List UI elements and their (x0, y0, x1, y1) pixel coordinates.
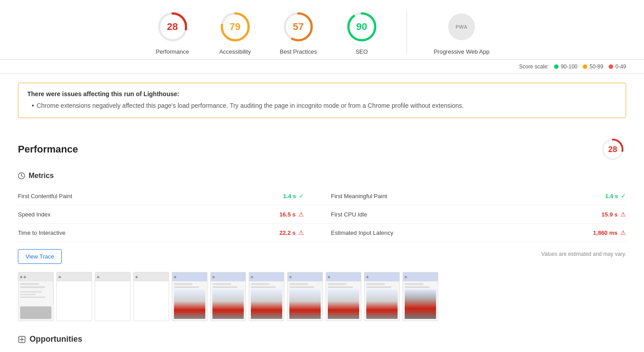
frame-line-14 (328, 283, 347, 285)
scale-label: Score scale: (519, 64, 549, 70)
metric-value-text-eil: 1,860 ms (593, 229, 618, 236)
metric-value-text-fci: 15.9 s (602, 211, 618, 218)
metric-value-text-fmp: 1.4 s (605, 193, 618, 199)
metrics-header: Metrics (18, 172, 626, 180)
score-item-best-practices: 57 Best Practices (280, 9, 317, 55)
scale-range-green: 90-100 (561, 64, 577, 70)
frame-line-5 (20, 297, 45, 298)
score-label-pwa: Progressive Web App (434, 48, 490, 55)
frame-top-8 (288, 272, 322, 281)
metric-name-fmp: First Meaningful Paint (331, 193, 387, 199)
frame-dot-5 (136, 276, 138, 278)
metric-value-fcp: 1.4 s ✓ (283, 192, 304, 199)
frame-car-image-8 (289, 289, 321, 319)
frame-line-11 (251, 286, 276, 288)
metrics-grid: First Contentful Paint 1.4 s ✓ First Mea… (18, 187, 626, 242)
metric-value-text-fcp: 1.4 s (283, 193, 296, 199)
scale-range-orange: 50-89 (589, 64, 603, 70)
frame-car-image-5 (174, 289, 205, 319)
frame-line-3 (20, 291, 42, 293)
score-circle-accessibility: 79 (217, 9, 253, 45)
frame-top-3 (95, 272, 130, 281)
metric-icon-fcp: ✓ (299, 192, 304, 199)
frame-body-7 (249, 281, 284, 321)
filmstrip-frame-3 (95, 272, 131, 321)
score-label-best-practices: Best Practices (280, 48, 317, 55)
score-label-accessibility: Accessibility (219, 48, 251, 55)
frame-body-10 (364, 281, 399, 321)
frame-line-6 (174, 283, 193, 285)
filmstrip-frame-6 (210, 272, 246, 321)
svg-line-12 (21, 176, 23, 177)
frame-line-2 (20, 286, 45, 288)
performance-section-header: Performance 28 (18, 136, 626, 163)
frame-line-18 (405, 283, 424, 285)
score-item-pwa: PWA Progressive Web App (434, 9, 490, 55)
frame-line-16 (366, 283, 385, 285)
score-circle-seo: 90 (344, 9, 380, 45)
frame-top-6 (211, 272, 246, 281)
performance-score-number: 28 (608, 145, 617, 154)
metric-row-fci: First CPU Idle 15.9 s ⚠ (322, 205, 626, 224)
frame-dot-4 (97, 276, 99, 278)
frame-dot-3 (59, 276, 61, 278)
score-circle-best-practices: 57 (280, 9, 316, 45)
frame-line-13 (289, 286, 314, 288)
frame-line-1 (20, 283, 39, 285)
view-trace-button[interactable]: View Trace (18, 249, 62, 264)
frame-line-12 (289, 283, 308, 285)
scale-orange: 50-89 (583, 64, 603, 70)
performance-score-badge: 28 (599, 136, 626, 163)
scale-dot-green (554, 64, 559, 69)
score-value-best-practices: 57 (293, 21, 304, 33)
frame-bottom-bar-1 (20, 306, 51, 319)
frame-line-17 (366, 286, 391, 288)
metric-value-text-tti: 22.2 s (280, 229, 296, 236)
frame-car-image-7 (251, 289, 282, 319)
performance-section: Performance 28 Metrics First Contentful … (0, 127, 644, 352)
score-item-seo: 90 SEO (344, 9, 380, 55)
frame-line-10 (251, 283, 270, 285)
score-item-accessibility: 79 Accessibility (217, 9, 253, 55)
frame-top-4 (134, 272, 169, 281)
trace-area: View Trace Values are estimated and may … (18, 242, 626, 267)
frame-top-10 (364, 272, 399, 281)
opportunities-header: Opportunities (18, 335, 626, 344)
opportunities-icon (18, 335, 26, 344)
frame-dot-10 (328, 276, 330, 278)
metric-icon-fci: ⚠ (620, 211, 626, 218)
score-label-performance: Performance (156, 48, 189, 55)
metric-row-tti: Time to Interactive 22.2 s ⚠ (18, 224, 322, 242)
frame-top-2 (57, 272, 92, 281)
pwa-icon-text: PWA (456, 24, 468, 30)
frame-line-7 (174, 286, 199, 288)
metric-value-text-si: 16.5 s (280, 211, 296, 218)
metric-name-si: Speed Index (18, 211, 51, 218)
scale-bar: Score scale: 90-100 50-89 0-49 (0, 60, 644, 74)
metric-value-si: 16.5 s ⚠ (280, 211, 304, 218)
frame-car-image-10 (366, 289, 398, 319)
frame-dot-11 (366, 276, 369, 278)
warning-box: There were issues affecting this run of … (18, 83, 626, 118)
frame-body-6 (211, 281, 246, 321)
frame-dot-1 (20, 276, 22, 278)
frame-car-image-9 (328, 289, 359, 319)
opportunities-title: Opportunities (30, 335, 82, 344)
frame-top-5 (172, 272, 207, 281)
frame-body-8 (288, 281, 322, 321)
metric-value-tti: 22.2 s ⚠ (280, 229, 304, 236)
filmstrip-frame-1 (18, 272, 54, 321)
frame-line-9 (212, 286, 237, 288)
filmstrip-frame-9 (326, 272, 361, 321)
score-circle-performance: 28 (155, 9, 191, 45)
frame-dot-2 (24, 276, 26, 278)
metric-row-si: Speed Index 16.5 s ⚠ (18, 205, 322, 224)
filmstrip-frame-2 (56, 272, 92, 321)
frame-car-image-6 (212, 289, 244, 319)
filmstrip-frame-4 (133, 272, 169, 321)
frame-line-4 (20, 294, 36, 295)
filmstrip (18, 272, 626, 321)
warning-item: Chrome extensions negatively affected th… (32, 101, 617, 110)
metric-name-eil: Estimated Input Latency (331, 229, 393, 236)
filmstrip-frame-7 (249, 272, 284, 321)
